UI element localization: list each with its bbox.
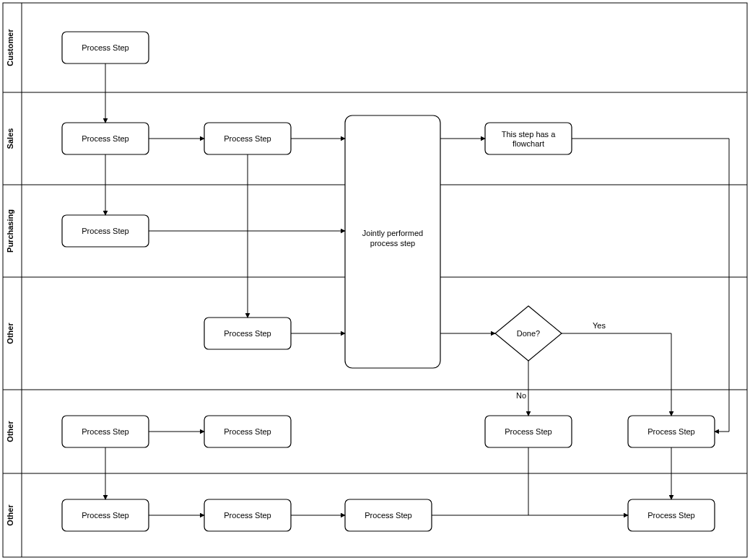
lane-label-other-2: Other (6, 421, 14, 442)
edge-label-yes: Yes (593, 321, 606, 330)
lane-label-sales: Sales (6, 128, 14, 149)
lane-label-other-1: Other (6, 323, 14, 344)
node-other3-step-2-label: Process Step (224, 511, 271, 520)
node-joint-step-label2: process step (370, 239, 415, 248)
node-joint-step-label1: Jointly performed (362, 229, 423, 237)
node-other3-step-3-label: Process Step (365, 511, 411, 520)
node-customer-step-label: Process Step (82, 43, 128, 52)
node-flowchart-step-label2: flowchart (513, 139, 544, 148)
swimlane-diagram: Customer Sales Purchasing Other Other Ot… (0, 0, 750, 560)
node-other1-step-label: Process Step (224, 329, 271, 338)
node-flowchart-step-label1: This step has a (502, 130, 556, 139)
node-other3-step-4-label: Process Step (647, 511, 694, 520)
edge-n5-n12 (572, 139, 729, 432)
node-flowchart-step (485, 123, 572, 154)
node-other2-step-4-label: Process Step (647, 427, 694, 436)
node-other2-step-1-label: Process Step (82, 427, 128, 436)
edge-n8-yes-n12 (562, 333, 671, 416)
node-other2-step-2-label: Process Step (224, 427, 271, 436)
lane-label-customer: Customer (6, 29, 14, 66)
node-sales-step-1-label: Process Step (82, 134, 128, 143)
lane-label-other-3: Other (6, 504, 14, 526)
node-decision-label: Done? (517, 329, 540, 338)
node-other3-step-1-label: Process Step (82, 511, 128, 520)
node-other2-step-3-label: Process Step (505, 427, 551, 436)
node-purchasing-step-label: Process Step (82, 227, 128, 235)
node-sales-step-2-label: Process Step (224, 134, 271, 143)
edge-label-no: No (516, 391, 526, 400)
lane-label-purchasing: Purchasing (6, 209, 14, 253)
